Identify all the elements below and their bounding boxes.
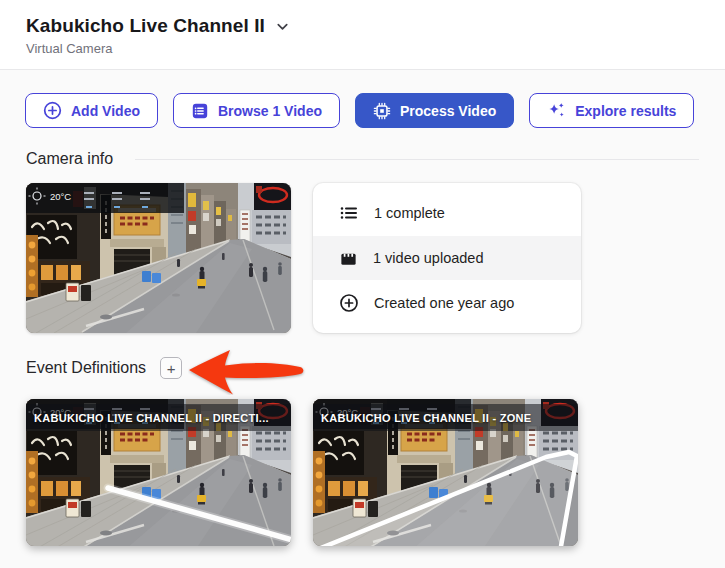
event-definitions-head: Event Definitions + [26, 357, 699, 379]
browse-videos-button[interactable]: Browse 1 Video [173, 93, 340, 128]
stat-row-videos[interactable]: 1 video uploaded [313, 236, 581, 280]
camera-info-row: 1 complete 1 video uploaded Created one … [26, 183, 699, 333]
page-title: Kabukicho Live Channel II [26, 15, 265, 37]
camera-info-heading: Camera info [26, 150, 113, 168]
event-card-direction[interactable]: KABUKICHO LIVE CHANNEL II - DIRECTI... [26, 399, 291, 546]
camera-stats-card: 1 complete 1 video uploaded Created one … [313, 183, 581, 333]
chip-icon [373, 102, 391, 120]
page-header: Kabukicho Live Channel II Virtual Camera [0, 0, 725, 70]
street-scene-illustration [26, 183, 291, 333]
stat-label: 1 complete [374, 205, 445, 221]
event-definitions-row: KABUKICHO LIVE CHANNEL II - DIRECTI... K… [26, 399, 699, 546]
add-video-button[interactable]: Add Video [25, 93, 158, 128]
event-card-zone[interactable]: KABUKICHO LIVE CHANNEL II - ZONE [313, 399, 578, 546]
process-video-label: Process Video [400, 103, 496, 119]
camera-selector[interactable]: Kabukicho Live Channel II [26, 15, 290, 37]
explore-results-label: Explore results [575, 103, 676, 119]
camera-stream-preview[interactable] [26, 183, 291, 333]
toolbar: Add Video Browse 1 Video Process Video E… [0, 70, 725, 128]
plus-circle-icon [43, 101, 62, 120]
camera-info-section-head: Camera info [26, 150, 699, 168]
add-event-definition-button[interactable]: + [160, 357, 182, 379]
event-definitions-heading: Event Definitions [26, 359, 146, 377]
stat-row-created[interactable]: Created one year ago [313, 281, 581, 325]
chevron-down-icon [275, 19, 290, 34]
stat-label: 1 video uploaded [373, 250, 483, 266]
event-title: KABUKICHO LIVE CHANNEL II - ZONE [313, 404, 578, 431]
event-title: KABUKICHO LIVE CHANNEL II - DIRECTI... [26, 404, 291, 431]
stat-row-complete[interactable]: 1 complete [313, 191, 581, 235]
film-icon [339, 249, 358, 268]
explore-results-button[interactable]: Explore results [529, 93, 694, 128]
list-box-icon [191, 102, 209, 120]
add-video-label: Add Video [71, 103, 140, 119]
camera-detail-page: Kabukicho Live Channel II Virtual Camera… [0, 0, 725, 568]
browse-videos-label: Browse 1 Video [218, 103, 322, 119]
plus-circle-icon [339, 293, 359, 313]
stat-label: Created one year ago [374, 295, 514, 311]
process-video-button[interactable]: Process Video [355, 93, 514, 128]
sparkles-icon [547, 101, 566, 120]
list-icon [339, 203, 359, 223]
camera-type-subtitle: Virtual Camera [26, 41, 699, 56]
section-divider [135, 159, 699, 160]
